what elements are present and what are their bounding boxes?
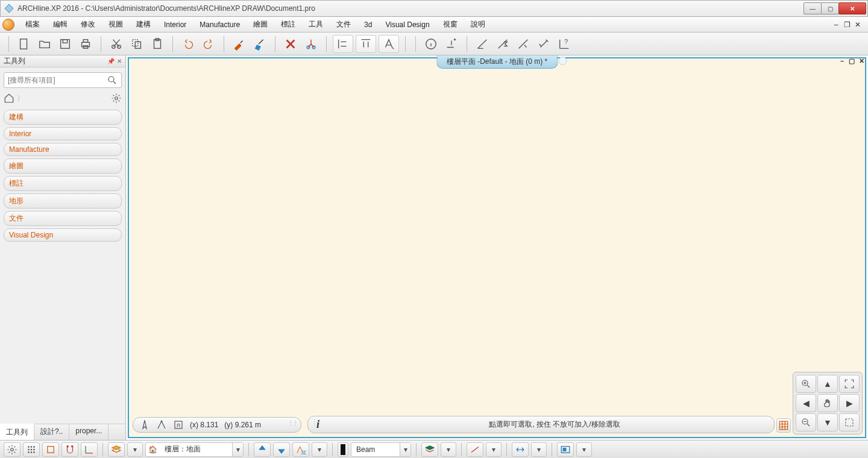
menu-window[interactable]: 視窗 [437,17,464,32]
paste-button[interactable] [148,35,166,53]
menu-edit[interactable]: 編輯 [47,17,74,32]
menu-annotate[interactable]: 標註 [275,17,301,32]
sidetab-properties[interactable]: proper... [69,424,108,440]
eyedropper-button[interactable] [230,35,248,53]
object-combo-dd-icon[interactable]: ▾ [400,443,410,456]
arrow-dd-button[interactable]: ▾ [531,442,547,457]
app-orb-icon[interactable] [2,19,14,31]
menu-visualdesign[interactable]: Visual Design [379,18,435,31]
text-style-button[interactable] [379,35,399,53]
pan-up-button[interactable]: ▲ [817,375,838,393]
cat-manufacture[interactable]: Manufacture [4,143,122,156]
sidebar-close-icon[interactable]: ✕ [117,58,122,64]
cat-visualdesign[interactable]: Visual Design [4,228,122,242]
layer-icon-button[interactable] [108,442,125,457]
measure-query-button[interactable]: ? [555,35,573,53]
menu-manufacture[interactable]: Manufacture [193,18,246,31]
line-dd-button[interactable]: ▾ [486,442,502,457]
line-style-button[interactable] [467,442,483,457]
pan-down-button[interactable]: ▼ [817,413,838,431]
cat-annotate[interactable]: 標註 [4,176,122,191]
relative-icon[interactable]: R [173,419,184,430]
menu-help[interactable]: 說明 [465,17,491,32]
brush-button[interactable] [251,35,269,53]
menu-build[interactable]: 建構 [130,17,157,32]
layer-dd-button[interactable]: ▾ [127,442,143,457]
menu-doc[interactable]: 文件 [330,17,357,32]
canvas-min-icon[interactable]: – [838,57,846,65]
build-3d-dd-button[interactable]: ▾ [312,442,327,457]
menu-draw[interactable]: 繪圖 [247,17,274,32]
mdi-close-icon[interactable]: ✕ [854,20,862,29]
axis-button[interactable] [81,442,98,457]
snap-magnet-button[interactable] [61,442,78,457]
pan-left-button[interactable]: ◀ [796,394,816,412]
settings-button[interactable] [4,442,20,457]
dimension-add-button[interactable] [442,35,461,53]
cat-doc[interactable]: 文件 [4,211,122,226]
ortho-button[interactable] [42,442,59,457]
align-left-button[interactable] [333,35,353,53]
trim-button[interactable] [302,35,320,53]
pin-icon[interactable]: 📌 [107,58,115,64]
build-3d-button[interactable]: 3D [292,442,309,457]
search-icon[interactable] [107,75,118,86]
canvas-tab[interactable]: 樓層平面 -Default - 地面 (0 m) * [436,55,558,69]
align-top-button[interactable] [356,35,376,53]
swatch-button[interactable] [338,442,348,457]
layer-combo[interactable]: 🏠 樓層：地面 ▾ [145,442,244,457]
cat-terrain[interactable]: 地形 [4,193,122,209]
window-dd-button[interactable]: ▾ [576,442,592,457]
menu-view[interactable]: 視圖 [102,17,129,32]
search-input[interactable] [8,76,107,84]
menu-modify[interactable]: 修改 [75,17,101,32]
maximize-button[interactable]: ▢ [821,2,839,14]
print-button[interactable] [77,35,95,53]
grid-button[interactable] [23,442,40,457]
window-layout-button[interactable] [557,442,574,457]
pan-hand-button[interactable] [817,394,838,412]
snap-point-icon[interactable] [156,419,167,430]
close-button[interactable]: ✕ [838,2,866,14]
mdi-restore-icon[interactable]: ❐ [843,20,851,29]
menu-tools[interactable]: 工具 [303,17,329,32]
gear-icon[interactable] [111,93,122,104]
menu-file[interactable]: 檔案 [19,17,46,32]
pill-grip-left-icon[interactable]: ⋮⋮ [312,418,321,425]
measure-snap-button[interactable] [535,35,553,53]
layer-combo-dd-icon[interactable]: ▾ [232,443,243,456]
drawing-canvas[interactable]: R (x) 8.131 (y) 9.261 m ⋮⋮ ⋮⋮ i 點選即可選取, … [128,57,866,438]
cat-draw[interactable]: 繪圖 [4,158,122,174]
open-file-button[interactable] [36,35,54,53]
search-box[interactable] [4,72,122,88]
menu-interior[interactable]: Interior [158,18,192,31]
measure-perp-button[interactable] [514,35,532,53]
layers-stack-button[interactable] [421,442,438,457]
object-combo[interactable]: Beam ▾ [351,442,411,457]
cat-interior[interactable]: Interior [4,127,122,140]
layers-dd-button[interactable]: ▾ [441,442,456,457]
sidetab-design[interactable]: 設計?.. [34,424,69,440]
info-button[interactable] [422,35,440,53]
arrow-both-button[interactable] [512,442,529,457]
cut-button[interactable] [107,35,125,53]
mdi-minimize-icon[interactable]: – [832,20,840,29]
canvas-close-icon[interactable]: ✕ [857,57,866,65]
new-file-button[interactable] [15,35,33,53]
redo-button[interactable] [200,35,218,53]
copy-button[interactable] [128,35,146,53]
up-floor-button[interactable] [254,442,271,457]
menu-3d[interactable]: 3d [358,18,378,31]
canvas-max-icon[interactable]: ▢ [848,57,856,65]
delete-button[interactable] [281,35,300,53]
sidetab-tools[interactable]: 工具列 [0,424,34,440]
measure-angle-button[interactable] [473,35,491,53]
pill-grip-icon[interactable]: ⋮⋮ [288,419,297,426]
zoom-window-button[interactable] [839,413,860,431]
pan-right-button[interactable]: ▶ [839,394,860,412]
save-button[interactable] [56,35,74,53]
down-floor-button[interactable] [273,442,290,457]
zoom-in-button[interactable] [796,375,816,393]
zoom-extents-button[interactable] [839,375,860,393]
home-icon[interactable] [4,93,14,104]
